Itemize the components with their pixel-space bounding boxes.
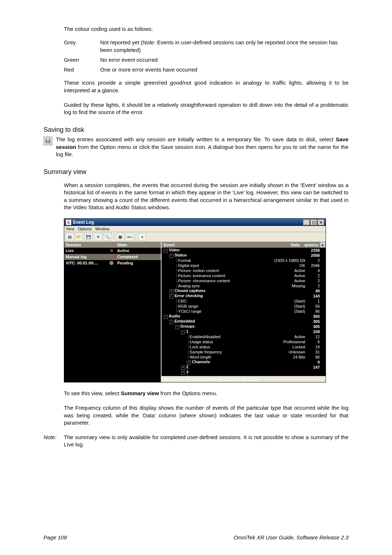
maximize-button[interactable]: ▢ <box>310 219 317 225</box>
tree-row[interactable]: ├ Enabled/disabledActive12 <box>162 334 326 339</box>
tree-row[interactable]: ├ Format(1920 x 1080) 60i2 <box>162 258 326 263</box>
window-title: Event Log <box>73 220 94 225</box>
tool-summary-icon[interactable]: ▦ <box>116 233 124 241</box>
hdr-event[interactable]: Event <box>162 242 258 248</box>
tool-record-icon[interactable]: ● <box>138 233 146 241</box>
expand-icon[interactable]: − <box>164 315 168 319</box>
para-freq: The Frequency column of this display sho… <box>64 404 348 426</box>
menu-options[interactable]: Options <box>78 227 92 231</box>
para-note: The summary view is only available for c… <box>64 434 348 449</box>
minimize-button[interactable]: _ <box>303 219 310 225</box>
session-row[interactable]: VITC: 00:01:00:...Pending <box>64 260 161 267</box>
para-summary: When a session completes, the events tha… <box>64 182 348 211</box>
tool-new-icon[interactable]: ▤ <box>66 233 74 241</box>
grey-label: Grey <box>64 39 100 54</box>
tree-row[interactable]: ├ CRC(Start)1 <box>162 299 326 304</box>
tree-row[interactable]: −Audio305 <box>162 314 326 319</box>
expand-icon[interactable]: + <box>181 371 185 375</box>
status-line: Manual log - PC Clock: 16:08:46 - 16:34:… <box>162 376 326 382</box>
red-value: One or more error events have occurred <box>100 66 348 73</box>
tool-abc-icon[interactable]: abc <box>126 233 134 241</box>
para-intro: The colour coding used is as follows: <box>64 25 348 33</box>
heading-saving: Saving to disk <box>44 126 348 134</box>
para-see: To see this view, select Summary view fr… <box>64 390 348 397</box>
menu-window[interactable]: Window <box>95 227 110 231</box>
tree-row[interactable]: −Groups305 <box>162 324 326 329</box>
expand-icon[interactable]: + <box>181 366 185 370</box>
tool-save-icon[interactable]: 💾 <box>85 233 93 241</box>
tree-row[interactable]: ├ YCbCr range(Start)86 <box>162 309 326 314</box>
event-tree: Event Data quency ▲ −Video2258−Status205… <box>162 242 326 382</box>
tree-row[interactable]: −Embedded305 <box>162 319 326 324</box>
tree-row[interactable]: ├ Word length24 Bits90 <box>162 355 326 360</box>
expand-icon[interactable]: + <box>187 361 191 365</box>
tree-row[interactable]: ├ Lock statusLocked19 <box>162 344 326 349</box>
tree-row[interactable]: ├ Sample frequencyUnknown31 <box>162 349 326 355</box>
hdr-session[interactable]: Session <box>64 242 107 248</box>
svg-rect-2 <box>47 141 49 143</box>
green-label: Green <box>64 56 100 64</box>
tree-row[interactable]: +Closed captions49 <box>162 288 326 293</box>
hdr-frequency[interactable]: quency <box>301 242 320 248</box>
tree-row[interactable]: ├ Picture: luminance contentActive2 <box>162 273 326 278</box>
session-row[interactable]: Manual log⊗Completed <box>64 254 161 260</box>
state-icon: ⊗ <box>107 254 116 260</box>
expand-icon[interactable]: − <box>170 254 173 258</box>
tool-delete-icon[interactable]: ✕ <box>94 233 102 241</box>
tree-row[interactable]: ├ RGB range(Start)56 <box>162 304 326 309</box>
session-list: Session State Live✖ActiveManual log⊗Comp… <box>64 242 162 382</box>
event-header: Event Data quency ▲ <box>162 242 326 248</box>
tree-row[interactable]: +3 <box>162 370 326 375</box>
expand-icon[interactable]: − <box>170 320 173 324</box>
color-coding-table: Grey Not reported yet (Note: Events in u… <box>64 36 348 76</box>
green-value: No error event occurred <box>100 56 348 64</box>
session-header: Session State <box>64 242 161 248</box>
app-icon: E <box>66 219 72 225</box>
expand-icon[interactable]: − <box>164 249 168 253</box>
expand-icon[interactable]: − <box>175 325 179 329</box>
hdr-state[interactable]: State <box>116 242 161 248</box>
heading-summary: Summary view <box>44 168 348 176</box>
tree-row[interactable]: −Status2058 <box>162 253 326 258</box>
menubar: View Options Window <box>64 226 326 232</box>
tool-sep <box>136 234 136 240</box>
para-guided: Guided by these lights, it should be a r… <box>64 101 348 116</box>
save-icon <box>44 137 52 145</box>
tree-row[interactable]: ├ Analog syncMissing2 <box>162 283 326 288</box>
menu-view[interactable]: View <box>66 227 74 231</box>
tree-row[interactable]: ├ Picture: chrominance contentActive2 <box>162 278 326 283</box>
tool-sep <box>114 234 114 240</box>
state-icon <box>107 260 116 267</box>
svg-rect-1 <box>46 139 49 141</box>
tree-row[interactable]: −Video2258 <box>162 248 326 253</box>
tree-row[interactable]: ├ Digital inputOK2046 <box>162 263 326 268</box>
tree-row[interactable]: ├ Usage statusProfessional6 <box>162 339 326 344</box>
footer-title: OmniTek XR User Guide, Software Release … <box>234 534 348 540</box>
grey-value: Not reported yet (Note: Events in user-d… <box>100 39 348 54</box>
state-icon: ✖ <box>107 248 116 254</box>
titlebar[interactable]: E Event Log _ ▢ ✕ <box>64 219 326 226</box>
event-log-window: E Event Log _ ▢ ✕ View Options Window ▤ … <box>64 218 326 382</box>
tool-open-icon[interactable]: 📂 <box>75 233 83 241</box>
tree-row[interactable]: −1158 <box>162 329 326 334</box>
tree-row[interactable]: −Error checking143 <box>162 293 326 299</box>
expand-icon[interactable]: + <box>170 289 173 293</box>
hdr-data[interactable]: Data <box>258 242 301 248</box>
para-saving: The log entries associated with any sess… <box>56 136 348 158</box>
expand-icon[interactable]: − <box>181 330 185 334</box>
tree-row[interactable]: ├ Picture: motion contentActive4 <box>162 268 326 273</box>
close-button[interactable]: ✕ <box>318 219 324 225</box>
tree-row[interactable]: +Channels0 <box>162 360 326 365</box>
note-label: Note: <box>44 434 64 449</box>
expand-icon[interactable]: − <box>170 295 173 299</box>
para-icons: These icons provide a simple green/red g… <box>64 79 348 94</box>
red-label: Red <box>64 66 100 73</box>
session-row[interactable]: Live✖Active <box>64 248 161 254</box>
scroll-up-icon[interactable]: ▲ <box>320 242 325 247</box>
page-number: Page 108 <box>44 534 67 540</box>
tool-zoom-icon[interactable]: 🔍 <box>103 233 111 241</box>
toolbar: ▤ 📂 💾 ✕ 🔍 ▦ abc ● <box>64 232 326 242</box>
tree-row[interactable]: +2147 <box>162 365 326 370</box>
